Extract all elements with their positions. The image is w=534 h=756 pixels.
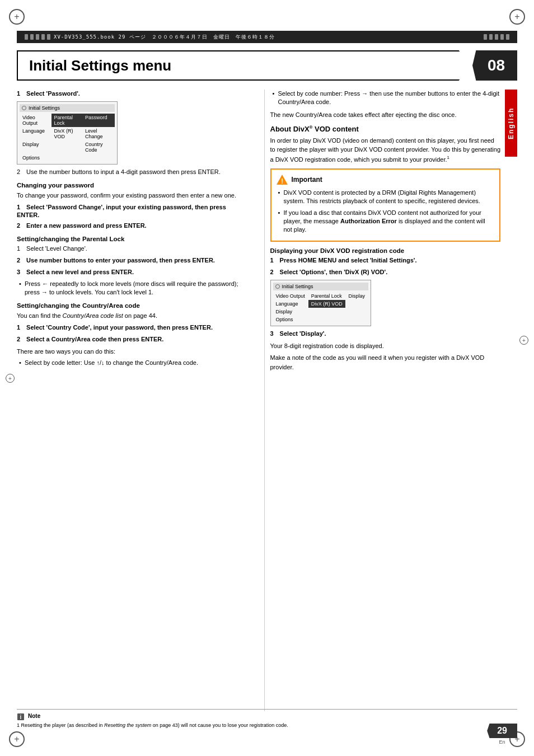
country-bullet2: Select by code number: Press → then use … <box>270 90 501 107</box>
display-step3: 3 Select 'Display'. <box>270 330 501 338</box>
display-reg-code: Your 8-digit registration code is displa… <box>270 341 501 351</box>
country-step2: 2 Select a Country/Area code then press … <box>17 335 247 344</box>
page-number: 29 <box>487 724 517 738</box>
table-row: Language DivX (R) VOD <box>273 300 368 308</box>
ui-mockup-1: Initial Settings Video Output Parental L… <box>17 101 118 165</box>
table-row: Video Output Parental Lock Password <box>20 114 115 127</box>
note-text: 1 Resetting the player (as described in … <box>17 722 517 728</box>
footnote-ref: 1 <box>447 155 449 160</box>
step1-label: 1 Select 'Password'. <box>17 90 247 98</box>
mockup1-title: Initial Settings <box>20 104 115 112</box>
parental-bullet1: Press ← repeatedly to lock more levels (… <box>17 280 247 297</box>
table-row: Options <box>273 316 368 323</box>
corner-decoration-tl <box>6 6 28 28</box>
country-bullet1: Select by code letter: Use ↑/↓ to change… <box>17 359 247 367</box>
warning-icon: ! <box>276 174 288 185</box>
parental-step3: 3 Select a new level and press ENTER. <box>17 268 247 276</box>
table-row: Display Country Code <box>20 140 115 154</box>
film-notches-right <box>484 34 509 40</box>
country-two-ways: There are two ways you can do this: <box>17 347 247 356</box>
chapter-number: 08 <box>488 57 505 74</box>
divx-intro: In order to play DivX VOD (video on dema… <box>270 136 501 164</box>
important-box: ! Important DivX VOD content is protecte… <box>270 168 501 242</box>
page-num-bottom: 29 En <box>487 724 517 745</box>
film-notches-left <box>25 34 50 40</box>
press-text: Press ← repeatedly to lock more levels (… <box>25 280 238 295</box>
svg-text:!: ! <box>281 177 283 185</box>
display-step2: 2 Select 'Options', then 'DivX (R) VOD'. <box>270 268 501 276</box>
parental-lock-title: Setting/changing the Parental Lock <box>17 236 247 242</box>
parental-step1: 1 Select 'Level Change'. <box>17 245 247 253</box>
page-number-box: 08 <box>472 50 517 81</box>
change-password-title: Changing your password <box>17 182 247 189</box>
main-content: 1 Select 'Password'. Initial Settings Vi… <box>17 90 517 711</box>
auth-error-bold: Authorization Error <box>340 218 397 224</box>
country-code-title: Setting/changing the Country/Area code <box>17 302 247 309</box>
film-bar: XV-DV353_555.book 29 ページ ２０００６年４月７日 金曜日 … <box>17 31 517 43</box>
divx-title: About DivX® VOD content <box>270 125 501 133</box>
page-title-box: Initial Settings menu <box>17 50 472 81</box>
country-effect: The new Country/Area code takes effect a… <box>270 110 501 120</box>
table-row: Display <box>273 308 368 316</box>
important-title: Important <box>292 176 322 184</box>
note-section: i Note 1 Resetting the player (as descri… <box>17 709 517 728</box>
english-tab: English <box>505 90 517 157</box>
table-row: Video Output Parental Lock Display <box>273 292 368 300</box>
mockup2-title: Initial Settings <box>273 283 368 290</box>
corner-decoration-bl <box>6 728 28 750</box>
table-row: Language DivX (R) VOD Level Change <box>20 127 115 140</box>
film-bar-text: XV-DV353_555.book 29 ページ ２０００６年４月７日 金曜日 … <box>54 34 275 41</box>
change-step2: 2 Enter a new password and press ENTER. <box>17 222 247 230</box>
parental-step2: 2 Use number buttons to enter your passw… <box>17 256 247 265</box>
change-step1: 1 Select 'Password Change', input your e… <box>17 203 247 218</box>
mockup2-circle <box>275 284 280 289</box>
change-password-text: To change your password, confirm your ex… <box>17 191 247 200</box>
country-code-intro: You can find the Country/Area code list … <box>17 311 247 321</box>
important-bullet-1: DivX VOD content is protected by a DRM (… <box>276 189 495 206</box>
svg-text:i: i <box>20 714 22 720</box>
note-title: Note <box>28 713 40 719</box>
page-title: Initial Settings menu <box>29 57 171 74</box>
displaying-title: Displaying your DivX VOD registration co… <box>270 247 501 254</box>
divx-registered: ® <box>310 125 313 130</box>
page-label: En <box>499 739 505 745</box>
mockup1-table: Video Output Parental Lock Password Lang… <box>20 114 115 162</box>
warning-icon-wrapper: ! <box>276 174 288 185</box>
corner-decoration-tr <box>506 6 528 28</box>
side-marker-left <box>6 374 15 383</box>
step2-label: 2 Use the number buttons to input a 4-di… <box>17 168 247 176</box>
important-bullet-2: If you load a disc that contains DivX VO… <box>276 209 495 234</box>
important-header: ! Important <box>276 174 495 185</box>
country-step1: 1 Select 'Country Code', input your pass… <box>17 323 247 332</box>
note-icon: i <box>17 713 25 721</box>
ui-mockup-2: Initial Settings Video Output Parental L… <box>270 280 371 326</box>
side-marker-right <box>519 336 528 345</box>
mockup2-table: Video Output Parental Lock Display Langu… <box>273 292 368 323</box>
page-header: Initial Settings menu 08 <box>17 50 517 81</box>
table-row: Options <box>20 154 115 162</box>
display-note: Make a note of the code as you will need… <box>270 353 501 372</box>
right-column: Select by code number: Press → then use … <box>264 90 518 711</box>
display-step1: 1 Press HOME MENU and select 'Initial Se… <box>270 256 501 265</box>
left-column: 1 Select 'Password'. Initial Settings Vi… <box>17 90 253 711</box>
mockup-circle <box>22 106 26 110</box>
